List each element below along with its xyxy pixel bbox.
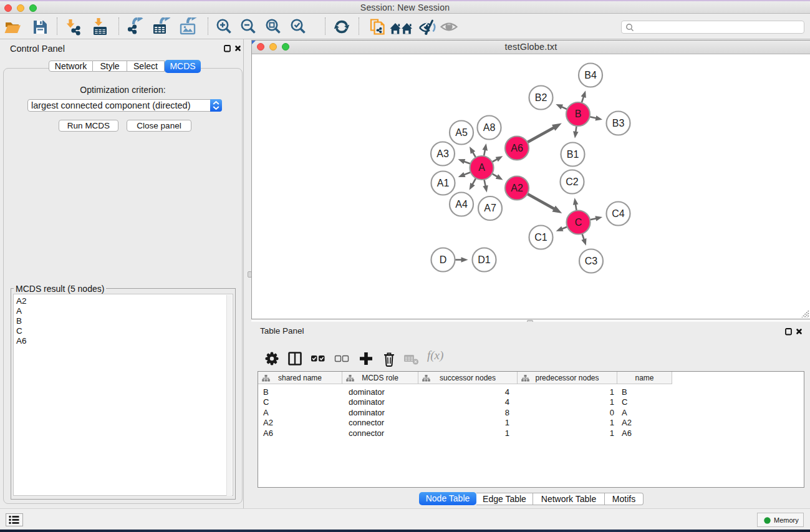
svg-text:A8: A8 — [483, 122, 496, 133]
svg-text:D1: D1 — [478, 254, 491, 265]
svg-text:D: D — [440, 254, 447, 265]
svg-text:C3: C3 — [585, 256, 598, 266]
svg-text:B4: B4 — [584, 70, 597, 80]
svg-text:A2: A2 — [511, 183, 523, 193]
svg-text:A3: A3 — [436, 148, 449, 159]
svg-text:C2: C2 — [566, 177, 579, 187]
svg-text:A6: A6 — [511, 143, 523, 153]
svg-text:B3: B3 — [612, 118, 625, 128]
svg-text:C: C — [575, 217, 582, 228]
svg-text:A4: A4 — [455, 199, 468, 210]
svg-text:B: B — [575, 109, 582, 119]
svg-text:A1: A1 — [437, 178, 450, 188]
svg-text:A5: A5 — [455, 127, 468, 138]
svg-text:A: A — [478, 162, 485, 173]
svg-text:C4: C4 — [612, 208, 625, 219]
svg-text:A7: A7 — [484, 203, 496, 213]
svg-text:B2: B2 — [535, 92, 547, 103]
svg-text:C1: C1 — [534, 232, 547, 243]
svg-text:B1: B1 — [567, 149, 579, 160]
